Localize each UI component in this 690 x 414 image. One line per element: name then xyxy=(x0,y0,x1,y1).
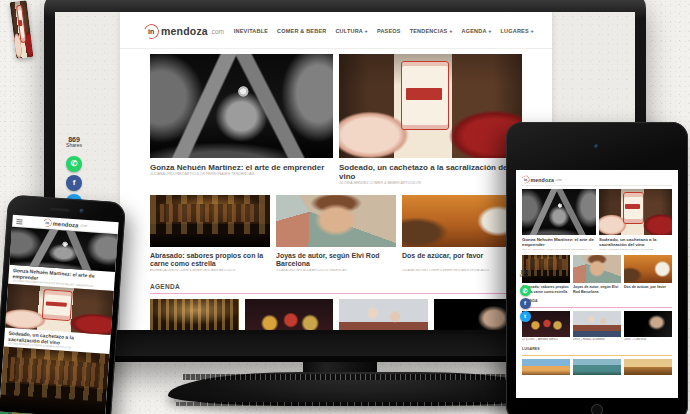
twitter-icon[interactable]: t xyxy=(520,311,531,322)
site-logo[interactable]: in mendoza .com xyxy=(522,175,562,183)
article-grid: Gonza Nehuén Martínez: el arte de empren… xyxy=(120,54,552,330)
nav-agenda[interactable]: AGENDA + xyxy=(462,28,492,34)
article-title[interactable]: Abrasado: sabores propios con la carne c… xyxy=(150,252,270,269)
cropped-photo-fragment xyxy=(10,0,34,59)
tablet: in mendoza .com INEVITABLE COMER & BEBER… xyxy=(506,122,688,414)
phone-camera-icon xyxy=(79,208,84,213)
facebook-icon[interactable]: f xyxy=(520,298,531,309)
article-card-sodeado: Sodeado, un cachetazo a la sacralización… xyxy=(339,54,522,188)
photo-sodeado[interactable] xyxy=(5,284,114,335)
nav-inevitable[interactable]: INEVITABLE xyxy=(234,28,268,34)
logo-name: mendoza xyxy=(161,25,208,37)
nav-lugares[interactable]: LUGARES + xyxy=(501,28,534,34)
article-meta: GLORIA MÉNDEZ COMER & BEBER ARTÍCULOS xyxy=(599,248,673,252)
agenda-section-heading[interactable]: AGENDA xyxy=(150,283,522,294)
article-card-gonza: Gonza Nehuén Martínez: el arte de empren… xyxy=(522,189,596,252)
article-meta: GLORIA MÉNDEZ COMER & BEBER ARTÍCULOS xyxy=(339,181,522,188)
agenda-thumb-portrait[interactable] xyxy=(624,311,672,337)
agenda-strip xyxy=(150,299,522,330)
whatsapp-icon[interactable]: ✆ xyxy=(520,285,531,296)
article-meta: ANDREA CALDERÓN COMER & BEBER INEVITABLE… xyxy=(150,269,270,276)
monitor-stand-base xyxy=(168,372,552,406)
share-widget: 869 Shares ✆ f t xyxy=(517,270,533,322)
article-card-abrasado: Abrasado: sabores propios con la carne c… xyxy=(150,195,270,276)
phone-screen: in mendoza .com Gonza Nehuén Martínez: e… xyxy=(0,215,119,414)
photo-gonza-band[interactable] xyxy=(522,189,596,235)
tablet-home-button[interactable] xyxy=(591,404,603,414)
article-card-joyas: Joyas de autor, según Elvi Rod Barcelona xyxy=(573,255,621,296)
photo-joyas[interactable] xyxy=(573,255,621,283)
logo-tld: .com xyxy=(79,223,87,227)
article-title[interactable]: Sodeado, un cachetazo a la sacralización… xyxy=(339,163,522,181)
lugares-thumb[interactable] xyxy=(573,359,621,375)
agenda-thumb-theater[interactable] xyxy=(245,299,334,330)
logo-tld: .com xyxy=(210,28,224,35)
share-count: 869 Shares xyxy=(66,136,82,149)
photo-abrasado[interactable] xyxy=(0,346,109,414)
article-card-joyas: Joyas de autor, según Elvi Rod Barcelona… xyxy=(276,195,396,276)
tablet-camera-icon xyxy=(594,144,599,149)
article-title[interactable]: Gonza Nehuén Martínez: el arte de empren… xyxy=(150,163,333,172)
nav-tendencias[interactable]: TENDENCIAS + xyxy=(410,28,453,34)
agenda-caption[interactable]: 29/07 – Concurso xyxy=(624,338,672,344)
photo-gonza-band[interactable] xyxy=(150,54,333,158)
site-header: in mendoza .com INEVITABLE COMER & BEBER… xyxy=(120,14,552,49)
article-card-azucar: Dos de azúcar, por favor xyxy=(624,255,672,296)
phone-speaker xyxy=(49,207,69,211)
logo-name: mendoza xyxy=(531,176,554,182)
photo-dos-de-azucar[interactable] xyxy=(402,195,522,247)
agenda-item: 29/07 – Rosas, al amante xyxy=(573,311,621,344)
article-meta: JULIANA ORDOÑEZ ARTÍCULOS PERSONAJES TEN… xyxy=(150,172,333,179)
agenda-caption[interactable]: 29/07 – Rosas, al amante xyxy=(573,338,621,344)
main-nav: INEVITABLE COMER & BEBER CULTURA + PASEO… xyxy=(234,28,534,34)
photo-joyas[interactable] xyxy=(276,195,396,247)
share-count-label: Shares xyxy=(66,143,82,148)
smartphone: in mendoza .com Gonza Nehuén Martínez: e… xyxy=(0,194,126,414)
article-card-gonza: Gonza Nehuén Martínez: el arte de empren… xyxy=(150,54,333,188)
nav-comer-beber[interactable]: COMER & BEBER xyxy=(277,28,326,34)
article-card-sodeado: Sodeado, un cachetazo a la sacralización… xyxy=(599,189,673,252)
lugares-strip xyxy=(522,359,672,375)
photo-gonza-band[interactable] xyxy=(9,227,117,272)
article-meta: JULIANA ORDOÑEZ MODA ARTÍCULOS TENDENCIA… xyxy=(276,269,396,276)
article-meta: JULIANA ORDOÑEZ ARTÍCULOS PERSONAJES TEN… xyxy=(522,248,596,252)
article-title[interactable]: Joyas de autor, según Elvi Rod Barcelona xyxy=(573,285,621,296)
agenda-thumb-bar[interactable] xyxy=(150,299,239,330)
agenda-caption[interactable]: 21 y 23/07 – Arnoldo Toma 3 xyxy=(522,338,570,344)
facebook-icon[interactable]: f xyxy=(66,175,82,191)
agenda-thumb-couple[interactable] xyxy=(339,299,428,330)
agenda-section-heading[interactable]: AGENDA xyxy=(522,299,672,308)
tablet-screen: in mendoza .com INEVITABLE COMER & BEBER… xyxy=(516,170,678,398)
site-logo[interactable]: in mendoza .com xyxy=(43,218,87,229)
lugares-section-heading[interactable]: LUGARES xyxy=(522,347,672,356)
site-header: in mendoza .com INEVITABLE COMER & BEBER… xyxy=(522,173,672,186)
logo-in-icon: in xyxy=(521,174,531,184)
article-title[interactable]: Sodeado, un cachetazo a la sacralización… xyxy=(599,237,673,248)
page-content: in mendoza .com INEVITABLE COMER & BEBER… xyxy=(120,12,552,330)
share-count-label: Shares xyxy=(519,275,530,279)
article-title[interactable]: Dos de azúcar, por favor xyxy=(402,252,522,269)
lugares-thumb[interactable] xyxy=(522,359,570,375)
logo-in-icon: in xyxy=(42,217,53,228)
article-card-azucar: Dos de azúcar, por favor JULIANA ORDOÑEZ… xyxy=(402,195,522,276)
site-logo[interactable]: in mendoza .com xyxy=(144,24,224,39)
menu-icon[interactable] xyxy=(17,219,23,220)
article-title[interactable]: Gonza Nehuén Martínez: el arte de empren… xyxy=(522,237,596,248)
photo-abrasado[interactable] xyxy=(150,195,270,247)
logo-in-icon: in xyxy=(142,21,162,41)
logo-name: mendoza xyxy=(53,220,79,228)
logo-tld: .com xyxy=(555,177,562,181)
article-title[interactable]: Joyas de autor, según Elvi Rod Barcelona xyxy=(276,252,396,269)
article-meta: JULIANA ORDOÑEZ COMER & BEBER INEVITABLE… xyxy=(402,269,522,276)
nav-paseos[interactable]: PASEOS xyxy=(377,28,401,34)
photo-dos-de-azucar[interactable] xyxy=(624,255,672,283)
photo-sodeado[interactable] xyxy=(599,189,673,235)
nav-cultura[interactable]: CULTURA + xyxy=(335,28,368,34)
article-title[interactable]: Dos de azúcar, por favor xyxy=(624,285,672,296)
photo-sodeado[interactable] xyxy=(339,54,522,158)
agenda-thumb-couple[interactable] xyxy=(573,311,621,337)
share-count: 869 Shares xyxy=(519,270,530,279)
lugares-thumb[interactable] xyxy=(624,359,672,375)
whatsapp-icon[interactable]: ✆ xyxy=(66,156,82,172)
agenda-strip: 21 y 23/07 – Arnoldo Toma 3 29/07 – Rosa… xyxy=(522,311,672,344)
